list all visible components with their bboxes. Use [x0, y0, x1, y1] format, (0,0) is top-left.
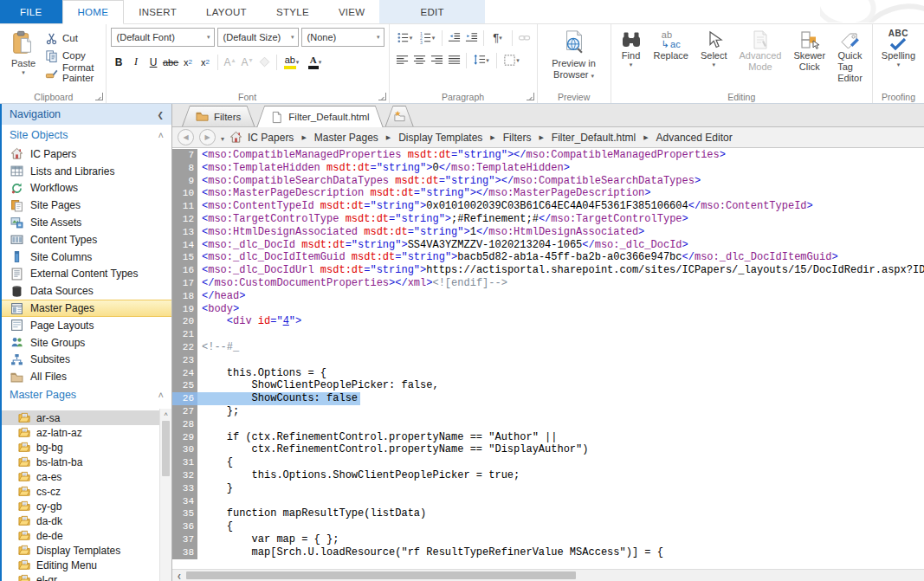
find-button[interactable]: Find	[616, 28, 647, 68]
paragraph-dialog-launcher-icon[interactable]	[527, 93, 534, 100]
sidebar-item-master-pages[interactable]: Master Pages	[2, 300, 171, 317]
ribbon-tab-style[interactable]: STYLE	[262, 0, 324, 23]
code-line-30[interactable]: 30 ctx.RefinementControl.propertyName ==…	[172, 443, 924, 456]
format-painter-button[interactable]: Format Painter	[42, 64, 101, 81]
justify-button[interactable]	[446, 52, 462, 68]
home-icon[interactable]	[229, 131, 242, 144]
sidebar-item-page-layouts[interactable]: Page Layouts	[2, 317, 171, 334]
code-line-22[interactable]: 22<!--#_	[172, 341, 924, 354]
hscrollbar-thumb[interactable]	[186, 571, 576, 579]
code-editor[interactable]: 7<mso:CompatibleManagedProperties msdt:d…	[172, 148, 924, 581]
code-line-28[interactable]: 28	[172, 418, 924, 431]
breadcrumb-item-filters[interactable]: Filters	[503, 132, 532, 144]
ribbon-tab-home[interactable]: HOME	[62, 0, 125, 24]
breadcrumb-item-filter-default-html[interactable]: Filter_Default.html	[552, 132, 636, 144]
document-tab-filters[interactable]: Filters	[182, 106, 255, 126]
clipboard-dialog-launcher-icon[interactable]	[95, 93, 103, 100]
master-page-folder-da-dk[interactable]: da-dk	[2, 513, 160, 528]
numbering-button[interactable]: 123	[417, 29, 438, 46]
preview-in-browser-button[interactable]: Preview in Browser	[542, 28, 606, 89]
code-line-36[interactable]: 36 {	[172, 520, 924, 533]
breadcrumb-item-display-templates[interactable]: Display Templates	[398, 132, 482, 144]
font-dialog-launcher-icon[interactable]	[378, 93, 386, 100]
code-line-15[interactable]: 15<mso:_dlc_DocIdItemGuid msdt:dt="strin…	[172, 251, 924, 264]
master-page-folder-el-gr[interactable]: el-gr	[2, 572, 160, 581]
master-page-folder-display-templates[interactable]: Display Templates	[2, 543, 160, 558]
sidebar-item-site-columns[interactable]: Site Columns	[2, 249, 171, 266]
code-line-17[interactable]: 17</mso:CustomDocumentProperties></xml><…	[172, 277, 924, 290]
code-line-26[interactable]: 26 ShowCounts: false	[172, 392, 924, 405]
breadcrumb-item-advanced-editor[interactable]: Advanced Editor	[656, 132, 733, 144]
document-tab-filter-default-html[interactable]: Filter_Default.html	[256, 106, 383, 127]
sidebar-item-content-types[interactable]: Content Types	[2, 231, 171, 249]
ribbon-tab-layout[interactable]: LAYOUT	[191, 0, 262, 23]
site-objects-header[interactable]: Site Objects	[2, 125, 171, 145]
ribbon-tab-insert[interactable]: INSERT	[124, 0, 191, 23]
sidebar-item-site-pages[interactable]: Site Pages	[2, 197, 171, 214]
sidebar-item-lists-and-libraries[interactable]: Lists and Libraries	[2, 163, 171, 180]
collapse-pane-icon[interactable]	[157, 108, 164, 120]
master-page-folder-ca-es[interactable]: ca-es	[2, 469, 160, 484]
align-right-button[interactable]	[429, 52, 445, 68]
code-line-21[interactable]: 21	[172, 328, 924, 341]
sidebar-item-external-content-types[interactable]: External Content Types	[2, 266, 171, 283]
sidebar-item-data-sources[interactable]: Data Sources	[2, 282, 171, 300]
code-line-32[interactable]: 32 this.Options.ShowClientPeoplePicker =…	[172, 469, 924, 482]
decrease-indent-button[interactable]	[446, 29, 462, 46]
code-line-29[interactable]: 29 if (ctx.RefinementControl.propertyNam…	[172, 431, 924, 444]
replace-button[interactable]: abac Replace	[649, 28, 694, 61]
line-spacing-button[interactable]	[470, 52, 493, 68]
show-paragraph-marks-button[interactable]	[488, 29, 508, 46]
code-line-13[interactable]: 13<mso:HtmlDesignAssociated msdt:dt="str…	[172, 226, 924, 239]
code-line-7[interactable]: 7<mso:CompatibleManagedProperties msdt:d…	[172, 149, 924, 162]
paste-button[interactable]: Paste	[6, 28, 41, 89]
bullets-button[interactable]	[394, 29, 416, 46]
code-line-31[interactable]: 31 {	[172, 456, 924, 469]
css-style-combobox[interactable]: (None)	[301, 28, 384, 47]
history-caret-icon[interactable]	[221, 132, 224, 144]
font-color-button[interactable]: A	[304, 54, 326, 70]
code-line-23[interactable]: 23	[172, 354, 924, 367]
ribbon-tab-view[interactable]: VIEW	[324, 0, 380, 23]
code-line-34[interactable]: 34	[172, 495, 924, 508]
master-page-folder-de-de[interactable]: de-de	[2, 528, 160, 543]
master-pages-header[interactable]: Master Pages	[2, 385, 171, 404]
code-area[interactable]: 7<mso:CompatibleManagedProperties msdt:d…	[172, 148, 924, 569]
font-size-combobox[interactable]: (Default Size)	[217, 28, 299, 47]
increase-indent-button[interactable]	[463, 29, 480, 46]
ribbon-tab-file[interactable]: FILE	[0, 0, 62, 23]
align-center-button[interactable]	[411, 52, 428, 68]
italic-button[interactable]: I	[128, 54, 145, 70]
copy-button[interactable]: Copy	[42, 47, 101, 64]
code-line-35[interactable]: 35 function mapResultType(listData)	[172, 507, 924, 520]
underline-button[interactable]: U	[145, 54, 162, 70]
highlight-color-button[interactable]: ab	[281, 54, 303, 70]
master-page-folder-az-latn-az[interactable]: az-latn-az	[2, 425, 160, 440]
code-line-16[interactable]: 16<mso:_dlc_DocIdUrl msdt:dt="string">ht…	[172, 264, 924, 277]
code-line-19[interactable]: 19<body>	[172, 303, 924, 316]
breadcrumb-item-master-pages[interactable]: Master Pages	[314, 132, 378, 144]
code-line-27[interactable]: 27 };	[172, 405, 924, 418]
grow-font-button[interactable]: A	[222, 54, 238, 70]
ribbon-tab-edit[interactable]: EDIT	[379, 0, 484, 23]
borders-button[interactable]	[501, 52, 523, 68]
hyperlink-button[interactable]	[516, 29, 533, 46]
master-page-folder-editing-menu[interactable]: Editing Menu	[2, 558, 160, 572]
master-pages-scrollbar[interactable]: ˄	[159, 409, 171, 581]
code-line-10[interactable]: 10<mso:MasterPageDescription msdt:dt="st…	[172, 187, 924, 200]
code-line-18[interactable]: 18</head>	[172, 290, 924, 303]
master-page-folder-bg-bg[interactable]: bg-bg	[2, 440, 160, 455]
subscript-button[interactable]: x2	[180, 54, 197, 70]
sidebar-item-subsites[interactable]: Subsites	[2, 352, 171, 369]
bold-button[interactable]: B	[111, 54, 127, 70]
master-page-folder-ar-sa[interactable]: ar-sa	[2, 410, 160, 425]
master-page-folder-cs-cz[interactable]: cs-cz	[2, 484, 160, 499]
skewer-click-button[interactable]: Skewer Click	[788, 28, 830, 73]
code-line-37[interactable]: 37 var map = { };	[172, 533, 924, 546]
breadcrumb-item-ic-papers[interactable]: IC Papers	[248, 132, 294, 144]
code-line-9[interactable]: 9<mso:CompatibleSearchDataTypes msdt:dt=…	[172, 175, 924, 188]
code-line-11[interactable]: 11<mso:ContentTypeId msdt:dt="string">0x…	[172, 200, 924, 213]
sidebar-item-all-files[interactable]: All Files	[2, 368, 171, 385]
font-name-combobox[interactable]: (Default Font)	[111, 28, 215, 47]
shrink-font-button[interactable]: A	[239, 54, 255, 70]
